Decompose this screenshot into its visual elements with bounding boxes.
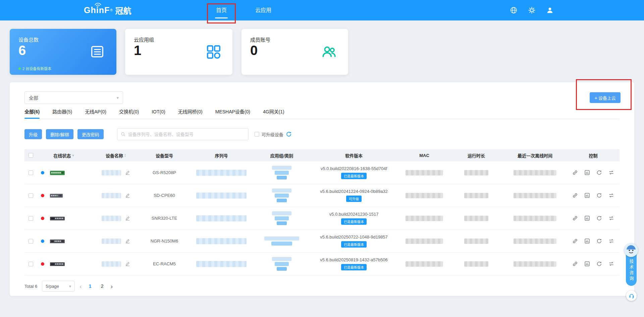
- traffic-chart-icon[interactable]: [583, 236, 592, 246]
- traffic-chart-icon[interactable]: [583, 191, 592, 200]
- search-input[interactable]: [128, 132, 245, 137]
- refresh-icon[interactable]: [286, 131, 292, 137]
- page-number-2[interactable]: 2: [99, 283, 106, 289]
- app-grid-icon: [206, 44, 221, 59]
- edit-icon[interactable]: [125, 170, 130, 175]
- tab-routers[interactable]: 路由器(5): [52, 104, 72, 119]
- reboot-icon[interactable]: [595, 191, 604, 200]
- redacted-device-name: [102, 261, 121, 267]
- user-account-icon[interactable]: [546, 6, 554, 14]
- tab-iot[interactable]: IOT(0): [152, 104, 165, 119]
- table-row: NGR-N150M6 v5.6.build20250722-1048-9d198…: [24, 230, 620, 253]
- prev-page-button[interactable]: ‹: [79, 283, 82, 289]
- group-filter-dropdown[interactable]: 全部 ▾: [24, 91, 123, 104]
- add-device-to-cloud-button[interactable]: + 设备上云: [590, 92, 621, 103]
- header-serial: 序列号: [188, 152, 255, 159]
- device-image: [50, 260, 65, 268]
- version-badge: 已是最新版本: [341, 264, 367, 270]
- select-all-checkbox[interactable]: [29, 153, 33, 158]
- tab-4g-gateway[interactable]: 4G网关(1): [263, 104, 284, 119]
- transfer-icon[interactable]: [607, 236, 616, 246]
- nav-item-home[interactable]: 首页: [216, 0, 227, 20]
- upgrade-button[interactable]: 升级: [24, 129, 42, 139]
- edit-icon[interactable]: [125, 193, 130, 198]
- row-checkbox[interactable]: [29, 239, 33, 244]
- redacted-uptime: [464, 239, 488, 244]
- support-avatar[interactable]: [624, 243, 638, 257]
- header-device-name[interactable]: 设备名称 ▴▾: [91, 152, 141, 159]
- edit-icon[interactable]: [125, 239, 130, 244]
- remote-link-icon[interactable]: [571, 191, 580, 200]
- upgradable-label: 可升级设备: [262, 131, 283, 138]
- traffic-chart-icon[interactable]: [583, 168, 592, 177]
- status-dot: [41, 194, 44, 197]
- row-checkbox[interactable]: [29, 262, 33, 266]
- device-search-box: [117, 128, 249, 140]
- edit-icon[interactable]: [125, 261, 130, 266]
- remote-link-icon[interactable]: [571, 214, 580, 223]
- page-number-1[interactable]: 1: [87, 283, 94, 289]
- redacted-mac: [406, 216, 443, 221]
- wifi-icon: [94, 2, 102, 7]
- transfer-icon[interactable]: [607, 259, 616, 268]
- redacted-last-offline: [514, 193, 556, 198]
- change-password-button[interactable]: 更改密码: [77, 129, 104, 139]
- tab-meshap[interactable]: MESHAP设备(0): [215, 104, 250, 119]
- table-row: GS-R5208P v5.0.build20220816-1638-55d704…: [24, 161, 620, 184]
- traffic-chart-icon[interactable]: [583, 259, 592, 268]
- traffic-chart-icon[interactable]: [583, 214, 592, 223]
- next-page-button[interactable]: ›: [111, 283, 113, 289]
- server-icon: [90, 44, 105, 59]
- software-version: v5.0.build20241230-1517: [329, 212, 379, 217]
- transfer-icon[interactable]: [607, 214, 616, 223]
- tab-all[interactable]: 全部(6): [24, 104, 40, 119]
- nav-item-cloud-apps[interactable]: 云应用: [255, 0, 271, 20]
- device-model: NGR-N150M6: [151, 239, 178, 244]
- pagination: Total 6 5/page ▾ ‹ 1 2 ›: [24, 281, 113, 292]
- redacted-device-name: [102, 193, 121, 198]
- remote-link-icon[interactable]: [571, 259, 580, 268]
- row-checkbox[interactable]: [29, 193, 33, 198]
- reboot-icon[interactable]: [595, 168, 604, 177]
- language-globe-icon[interactable]: [510, 6, 518, 14]
- tab-wireless-bridge[interactable]: 无线网桥(0): [178, 104, 203, 119]
- card-cloud-app-groups[interactable]: 云应用组 1: [125, 29, 232, 75]
- edit-icon[interactable]: [125, 216, 130, 221]
- card-value: 6: [18, 43, 26, 58]
- remote-link-icon[interactable]: [571, 168, 580, 177]
- settings-gear-icon[interactable]: [528, 6, 536, 14]
- card-member-accounts[interactable]: 成员账号 0: [241, 29, 348, 75]
- redacted-device-name: [102, 216, 121, 221]
- transfer-icon[interactable]: [607, 168, 616, 177]
- reboot-icon[interactable]: [595, 214, 604, 223]
- headset-contact-button[interactable]: [626, 290, 637, 301]
- redacted-serial: [196, 170, 247, 176]
- card-value: 1: [134, 43, 141, 58]
- redacted-uptime: [464, 193, 488, 198]
- header-online-status[interactable]: 在线状态 ▾: [37, 152, 91, 159]
- page-size-select[interactable]: 5/page ▾: [42, 281, 75, 292]
- header-software-version: 软件版本: [309, 152, 399, 159]
- header-mac: MAC: [399, 153, 449, 158]
- redacted-last-offline: [514, 261, 556, 267]
- row-checkbox[interactable]: [29, 216, 33, 221]
- remote-link-icon[interactable]: [571, 236, 580, 246]
- card-total-devices[interactable]: 设备总数 6 2 台设备有新版本: [10, 29, 116, 75]
- brand-registered-mark: ®: [110, 8, 112, 12]
- status-dot: [41, 171, 44, 174]
- tab-switches[interactable]: 交换机(0): [119, 104, 139, 119]
- device-list-panel: 全部 ▾ + 设备上云 全部(6) 路由器(5) 无线AP(0) 交换机(0) …: [10, 82, 634, 296]
- redacted-serial: [196, 193, 247, 199]
- delete-unbind-button[interactable]: 删除/解绑: [46, 129, 73, 139]
- upgradable-checkbox[interactable]: [255, 132, 259, 137]
- device-image: [50, 192, 63, 199]
- redacted-last-offline: [514, 216, 556, 221]
- row-checkbox[interactable]: [29, 170, 33, 175]
- reboot-icon[interactable]: [595, 236, 604, 246]
- device-image: [50, 237, 65, 245]
- transfer-icon[interactable]: [607, 191, 616, 200]
- brand-logo[interactable]: GhinF ® 冠航: [84, 0, 131, 20]
- reboot-icon[interactable]: [595, 259, 604, 268]
- tab-wireless-ap[interactable]: 无线AP(0): [85, 104, 106, 119]
- chevron-down-icon: ▾: [69, 284, 71, 289]
